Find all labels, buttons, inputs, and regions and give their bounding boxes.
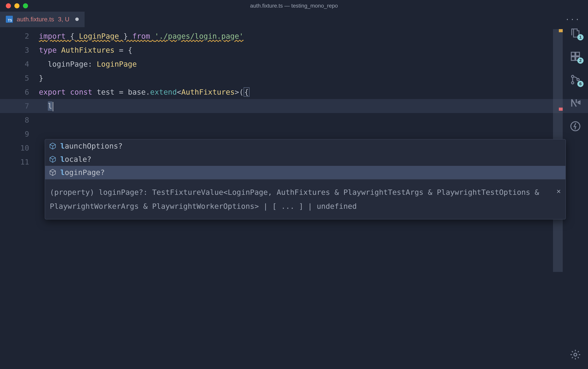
property-icon	[49, 142, 56, 150]
code-line-current[interactable]: l	[0, 99, 588, 113]
line-number-gutter: 2 3 4 5 6 7 8 9 10 11	[0, 27, 39, 369]
line-number: 2	[0, 29, 29, 43]
autocomplete-item-locale[interactable]: locale?	[45, 153, 566, 166]
svg-point-5	[571, 82, 574, 84]
line-number: 8	[0, 113, 29, 127]
autocomplete-item-loginpage[interactable]: loginPage?	[45, 166, 566, 179]
code-line[interactable]: }	[39, 71, 588, 85]
line-number: 10	[0, 141, 29, 155]
autocomplete-label: locale?	[60, 155, 91, 163]
settings-gear-icon[interactable]	[569, 349, 581, 361]
autocomplete-item-launchoptions[interactable]: launchOptions?	[45, 140, 566, 153]
code-line[interactable]: loginPage: LoginPage	[39, 57, 588, 71]
explorer-icon[interactable]: 1	[569, 27, 581, 39]
typescript-icon: TS	[6, 16, 13, 23]
autocomplete-popup: launchOptions? locale? loginPage? (prope…	[45, 139, 566, 219]
activity-bar: 1 2 6	[563, 27, 588, 369]
autocomplete-label: launchOptions?	[60, 142, 123, 150]
svg-rect-0	[571, 52, 575, 56]
close-icon[interactable]: ✕	[556, 184, 561, 198]
line-number: 6	[0, 85, 29, 99]
autocomplete-label: loginPage?	[60, 168, 105, 177]
extensions-icon[interactable]: 2	[569, 50, 581, 62]
property-icon	[49, 169, 56, 176]
code-line[interactable]: type AuthFixtures = {	[39, 43, 588, 57]
property-icon	[49, 156, 56, 163]
source-control-icon[interactable]: 6	[569, 74, 581, 85]
close-window-button[interactable]	[6, 3, 11, 8]
svg-point-4	[571, 75, 574, 78]
svg-rect-1	[576, 52, 579, 56]
line-number: 11	[0, 155, 29, 169]
line-number: 3	[0, 43, 29, 57]
scm-badge: 6	[577, 81, 584, 87]
window-title: auth.fixture.ts — testing_mono_repo	[250, 3, 338, 9]
explorer-badge: 1	[577, 34, 584, 40]
line-number: 5	[0, 71, 29, 85]
tab-filename: auth.fixture.ts	[17, 16, 54, 23]
autocomplete-detail: (property) loginPage?: TestFixtureValue<…	[45, 179, 566, 219]
extensions-badge: 2	[577, 58, 584, 64]
tab-dirty-indicator	[75, 18, 79, 21]
line-number: 4	[0, 57, 29, 71]
svg-rect-2	[571, 57, 575, 60]
thunder-icon[interactable]	[569, 120, 581, 132]
text-cursor	[53, 102, 53, 111]
tab-status: 3, U	[58, 16, 69, 23]
minimap-error-marker[interactable]	[559, 108, 563, 111]
tab-more-actions[interactable]: ···	[565, 16, 580, 23]
line-number: 9	[0, 127, 29, 141]
tab-auth-fixture[interactable]: TS auth.fixture.ts 3, U	[0, 12, 84, 27]
svg-point-8	[574, 353, 577, 356]
maximize-window-button[interactable]	[23, 3, 28, 8]
nx-console-icon[interactable]	[569, 97, 581, 109]
editor-container: 2 3 4 5 6 7 8 9 10 11 import { LoginPage…	[0, 27, 588, 369]
svg-point-6	[577, 79, 579, 81]
code-line[interactable]: import { LoginPage } from './pages/login…	[39, 29, 588, 43]
traffic-lights	[6, 3, 28, 8]
title-bar: auth.fixture.ts — testing_mono_repo	[0, 0, 588, 12]
tab-bar: TS auth.fixture.ts 3, U ···	[0, 12, 588, 27]
minimize-window-button[interactable]	[14, 3, 20, 8]
code-line[interactable]: export const test = base.extend<AuthFixt…	[39, 85, 588, 99]
minimap-warning-marker[interactable]	[559, 29, 563, 32]
